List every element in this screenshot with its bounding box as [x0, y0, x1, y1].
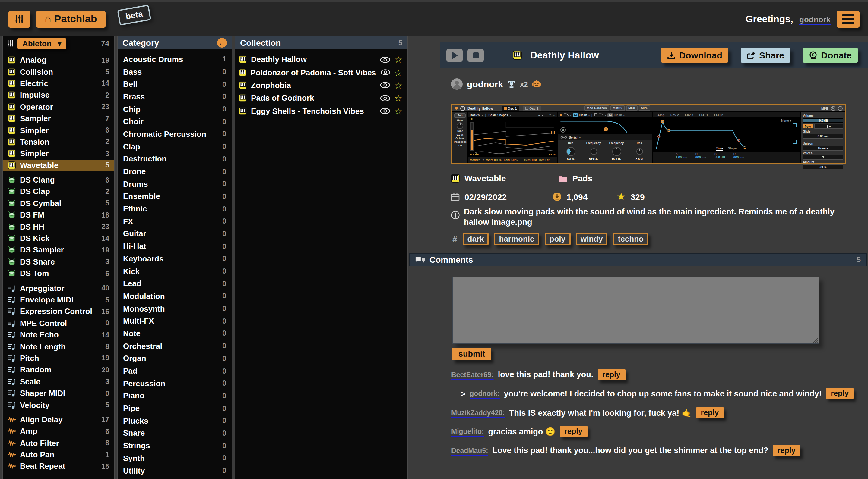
category-item[interactable]: Clap 0: [118, 140, 231, 153]
download-button[interactable]: Download: [661, 47, 728, 63]
reply-button[interactable]: reply: [559, 426, 587, 437]
comment-username-link[interactable]: DeadMau5:: [451, 447, 488, 454]
sidebar-item[interactable]: Simpler 6: [3, 125, 114, 136]
sidebar-item[interactable]: Operator 23: [3, 101, 114, 113]
category-item[interactable]: Acoustic Drums 1: [118, 53, 231, 65]
collection-item[interactable]: Zonphobia ☆: [235, 79, 407, 92]
sidebar-item[interactable]: Velocity 5: [3, 399, 114, 411]
collection-item[interactable]: Eggy Shells - Tenchoish Vibes ☆: [235, 105, 407, 117]
category-item[interactable]: Note 0: [118, 327, 231, 340]
favorite-star-icon[interactable]: ☆: [394, 55, 402, 64]
sidebar-item[interactable]: DS Clang 6: [3, 174, 114, 186]
sidebar-item[interactable]: Align Delay 17: [3, 414, 114, 425]
category-item[interactable]: Strings 0: [118, 440, 231, 452]
sidebar-item[interactable]: Scale 3: [3, 376, 114, 387]
reply-button[interactable]: reply: [826, 388, 854, 399]
category-item[interactable]: Organ 0: [118, 352, 231, 365]
filters-button[interactable]: [8, 11, 30, 28]
sidebar-item[interactable]: DS Clap 2: [3, 186, 114, 198]
resize-handle-icon[interactable]: [812, 337, 818, 343]
category-item[interactable]: Ensemble 0: [118, 190, 231, 202]
sidebar-item[interactable]: Beat Repeat 15: [3, 460, 114, 472]
category-item[interactable]: Drums 0: [118, 178, 231, 190]
category-item[interactable]: Plucks 0: [118, 414, 231, 427]
preview-eye-icon[interactable]: [380, 108, 390, 114]
category-item[interactable]: Drone 0: [118, 165, 231, 177]
collection-item[interactable]: Pads of Godnork ☆: [235, 92, 407, 105]
preview-eye-icon[interactable]: [380, 56, 390, 63]
tag[interactable]: dark: [463, 233, 489, 245]
category-item[interactable]: Monosynth 0: [118, 303, 231, 315]
category-item[interactable]: Keyboards 0: [118, 252, 231, 265]
sidebar-item[interactable]: Pitch 19: [3, 352, 114, 364]
reply-button[interactable]: reply: [696, 407, 723, 418]
sidebar-item[interactable]: Auto Pan 1: [3, 449, 114, 460]
sidebar-item[interactable]: Auto Filter 8: [3, 437, 114, 449]
category-item[interactable]: Bass 0: [118, 65, 231, 78]
category-item[interactable]: Chip 0: [118, 103, 231, 115]
play-button[interactable]: [446, 48, 463, 62]
home-brand-button[interactable]: ⌂ Patchlab: [36, 11, 105, 28]
category-item[interactable]: Guitar 0: [118, 228, 231, 240]
submit-comment-button[interactable]: submit: [453, 348, 491, 360]
sidebar-item[interactable]: DS Kick 14: [3, 233, 114, 244]
category-item[interactable]: Multi-FX 0: [118, 315, 231, 327]
reply-button[interactable]: reply: [773, 445, 801, 456]
category-item[interactable]: Modulation 0: [118, 290, 231, 302]
reply-button[interactable]: reply: [597, 369, 625, 380]
category-item[interactable]: Pipe 0: [118, 402, 231, 414]
sidebar-item[interactable]: DS Cymbal 5: [3, 197, 114, 209]
stop-button[interactable]: [467, 48, 484, 62]
favorite-star-icon[interactable]: ☆: [394, 94, 402, 103]
sidebar-item[interactable]: Expression Control 16: [3, 305, 114, 317]
category-item[interactable]: Bell 0: [118, 78, 231, 90]
sidebar-item[interactable]: Amp 6: [3, 425, 114, 437]
category-item[interactable]: Winds 0: [118, 477, 231, 479]
category-item[interactable]: FX 0: [118, 215, 231, 228]
collapse-back-button[interactable]: ←: [217, 38, 227, 47]
username-link[interactable]: godnork: [799, 15, 831, 24]
sidebar-item[interactable]: MPE Control 0: [3, 317, 114, 329]
preview-eye-icon[interactable]: [380, 82, 390, 89]
favorite-star-icon[interactable]: ☆: [394, 68, 402, 77]
category-item[interactable]: Pad 0: [118, 365, 231, 377]
category-item[interactable]: Choir 0: [118, 115, 231, 128]
sidebar-item[interactable]: Note Echo 14: [3, 329, 114, 341]
favorite-star-icon[interactable]: ☆: [394, 81, 402, 90]
sidebar-item[interactable]: DS Sampler 19: [3, 244, 114, 256]
category-item[interactable]: Utility 0: [118, 464, 231, 477]
sidebar-item[interactable]: DS Tom 6: [3, 268, 114, 279]
tag[interactable]: harmonic: [494, 233, 539, 245]
category-item[interactable]: Destruction 0: [118, 153, 231, 165]
sidebar-item[interactable]: Note Length 8: [3, 341, 114, 352]
sidebar-item[interactable]: Tension 2: [3, 136, 114, 148]
tag[interactable]: poly: [545, 233, 570, 245]
preview-eye-icon[interactable]: [380, 95, 390, 101]
uploader-name[interactable]: godnork: [467, 79, 503, 89]
category-item[interactable]: Chromatic Percussion 0: [118, 128, 231, 140]
sidebar-item[interactable]: Impulse 2: [3, 89, 114, 101]
sidebar-item[interactable]: Analog 19: [3, 54, 114, 66]
category-item[interactable]: Ethnic 0: [118, 203, 231, 215]
sidebar-item[interactable]: Sampler 7: [3, 113, 114, 125]
sidebar-item[interactable]: Arpeggiator 40: [3, 282, 114, 294]
category-item[interactable]: Lead 0: [118, 277, 231, 290]
category-item[interactable]: Hi-Hat 0: [118, 240, 231, 252]
sidebar-item[interactable]: Envelope MIDI 5: [3, 294, 114, 306]
tag[interactable]: techno: [613, 233, 648, 245]
comment-username-link[interactable]: MuzikZaddy420:: [451, 409, 505, 416]
comment-username-link[interactable]: BeetEater69:: [451, 371, 494, 378]
daw-select[interactable]: Ableton ▾: [18, 38, 66, 49]
category-item[interactable]: Snare 0: [118, 427, 231, 439]
category-item[interactable]: Brass 0: [118, 90, 231, 103]
category-item[interactable]: Orchestral 0: [118, 340, 231, 352]
category-item[interactable]: Percussion 0: [118, 377, 231, 389]
category-item[interactable]: Kick 0: [118, 265, 231, 277]
sidebar-item[interactable]: Wavetable 5: [3, 159, 114, 171]
category-item[interactable]: Piano 0: [118, 389, 231, 402]
sidebar-item[interactable]: Random 20: [3, 364, 114, 376]
category-item[interactable]: Synth 0: [118, 452, 231, 464]
sidebar-item[interactable]: DS HH 23: [3, 221, 114, 233]
sidebar-item[interactable]: Electric 14: [3, 78, 114, 90]
favorite-star-icon[interactable]: ☆: [394, 107, 402, 116]
